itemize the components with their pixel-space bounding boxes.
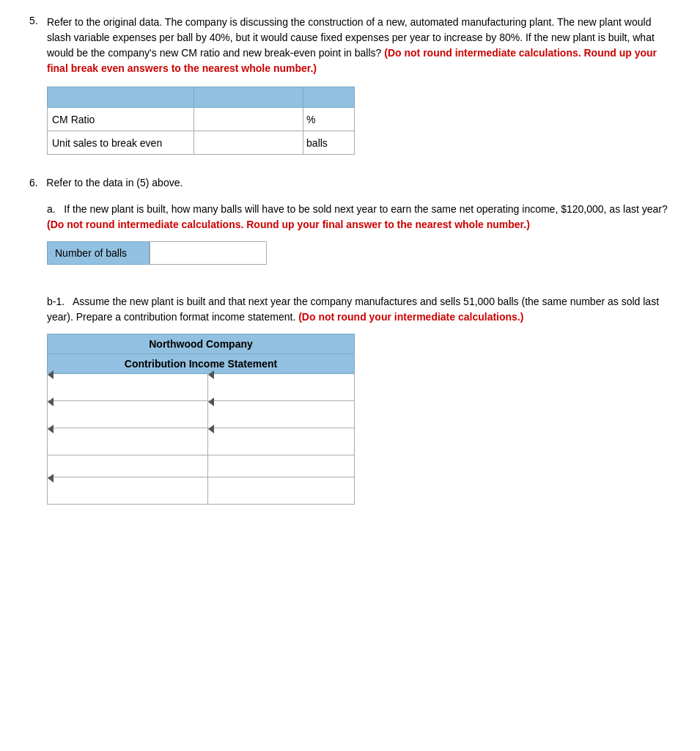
number-of-balls-row: Number of balls: [47, 241, 671, 265]
cm-ratio-input-cell: [194, 108, 303, 131]
income-row-2-left-input[interactable]: [48, 407, 207, 433]
table-row-unit-sales: Unit sales to break even balls: [48, 131, 355, 155]
number-of-balls-input[interactable]: [150, 242, 266, 264]
income-table-row-5: [48, 477, 355, 505]
header-cell-3: [303, 87, 355, 108]
triangle-icon-3r: [208, 425, 214, 433]
cm-ratio-input[interactable]: [199, 114, 299, 125]
income-row-4-left: [48, 455, 208, 477]
question-6b1-label: b-1.: [47, 296, 65, 307]
question-6a-text-part1: If the new plant is built, how many ball…: [64, 203, 667, 215]
question-5-header: 5. Refer to the original data. The compa…: [29, 15, 671, 76]
income-statement-table: Northwood Company Contribution Income St…: [47, 334, 355, 505]
question-5-table-wrapper: CM Ratio % Unit sales to break even ball…: [47, 87, 671, 155]
income-table-subtitle-row: Contribution Income Statement: [48, 354, 355, 374]
question-6-number: 6.: [29, 177, 38, 188]
question-6a-text: a. If the new plant is built, how many b…: [47, 202, 671, 232]
table-row-cm-ratio: CM Ratio %: [48, 108, 355, 131]
unit-sales-unit: balls: [303, 131, 355, 155]
income-row-4-left-input[interactable]: [48, 455, 207, 477]
income-row-5-left-input[interactable]: [48, 483, 207, 510]
triangle-icon-2: [48, 398, 54, 406]
number-of-balls-input-box: [150, 241, 267, 265]
question-6a-block: a. If the new plant is built, how many b…: [47, 202, 671, 265]
unit-sales-label: Unit sales to break even: [48, 131, 194, 155]
triangle-icon-2r: [208, 398, 214, 406]
unit-sales-input-cell: [194, 131, 303, 155]
question-5-text: Refer to the original data. The company …: [47, 15, 671, 76]
table-header-row: [48, 87, 355, 108]
triangle-icon-5: [48, 474, 54, 483]
income-table-title-row: Northwood Company: [48, 334, 355, 354]
number-of-balls-label: Number of balls: [47, 241, 150, 265]
question-6a-red-text: (Do not round intermediate calculations.…: [47, 219, 530, 230]
income-row-5-left: [48, 477, 208, 505]
income-row-1-left-input[interactable]: [48, 380, 207, 406]
question-5-number: 5.: [29, 15, 47, 26]
income-row-2-right-input[interactable]: [208, 407, 354, 433]
question-6-block: 6. Refer to the data in (5) above. a. If…: [29, 177, 671, 505]
income-row-5-right: [208, 477, 355, 505]
income-row-1-left: [48, 374, 208, 401]
question-6a-label: a.: [47, 203, 56, 215]
income-table-subtitle: Contribution Income Statement: [48, 354, 355, 374]
triangle-icon-1: [48, 370, 54, 379]
income-row-5-right-input[interactable]: [208, 477, 354, 504]
question-5-block: 5. Refer to the original data. The compa…: [29, 15, 671, 155]
question-6b1-text: b-1. Assume the new plant is built and t…: [47, 294, 671, 325]
question-6b1-red-text: (Do not round your intermediate calculat…: [298, 311, 523, 323]
triangle-icon-3: [48, 425, 54, 433]
income-table-title: Northwood Company: [48, 334, 355, 354]
income-table-row-4: [48, 455, 355, 477]
unit-sales-input[interactable]: [199, 137, 299, 149]
income-row-4-right: [208, 455, 355, 477]
income-table-row-1: [48, 374, 355, 401]
triangle-icon-1r: [208, 370, 214, 379]
income-row-1-right-input[interactable]: [208, 380, 354, 406]
question-6-intro: Refer to the data in (5) above.: [46, 177, 183, 188]
cm-ratio-unit: %: [303, 108, 355, 131]
question-5-table: CM Ratio % Unit sales to break even ball…: [47, 87, 355, 155]
income-row-1-right: [208, 374, 355, 401]
header-cell-2: [194, 87, 303, 108]
cm-ratio-label: CM Ratio: [48, 108, 194, 131]
income-row-4-right-input[interactable]: [208, 455, 354, 477]
question-6-header: 6. Refer to the data in (5) above.: [29, 177, 671, 188]
header-cell-1: [48, 87, 194, 108]
question-6b1-block: b-1. Assume the new plant is built and t…: [47, 294, 671, 505]
